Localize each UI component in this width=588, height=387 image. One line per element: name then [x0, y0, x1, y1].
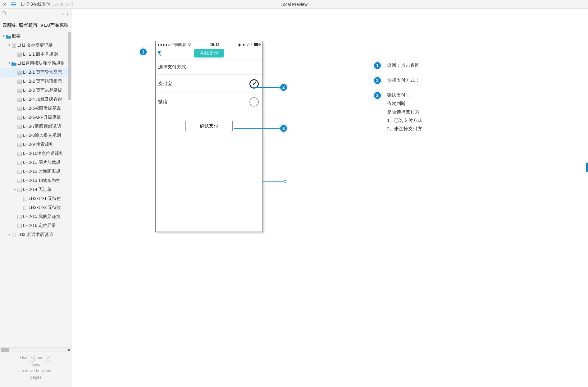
section-label: 选择支付方式:: [158, 64, 187, 70]
tree-item[interactable]: ▼LH3 名词术语说明: [0, 230, 72, 239]
page-icon: [17, 169, 22, 174]
tree-item-label: LH2-7返回顶部说明: [23, 124, 61, 129]
phone-statusbar: ●●●●○ 中国电信 15:13 ◉ ➤ ⊙ *: [156, 41, 262, 48]
tree-item-label: LH2-4 加载及缓存说: [23, 97, 62, 102]
page-icon: [17, 214, 22, 219]
next-page-icon[interactable]: ›: [65, 11, 69, 17]
note-bubble-3: 3: [373, 91, 381, 99]
radio-unchecked-icon[interactable]: [249, 97, 259, 107]
chevron-down-icon[interactable]: ▼: [2, 35, 6, 38]
folder-icon: [11, 61, 17, 66]
page-icon: [17, 160, 22, 165]
tree-item[interactable]: ▼LH2-11 图片加载规: [0, 158, 72, 167]
tree-item-label: LH2-6APP升级逻辑: [23, 115, 61, 120]
note-text: 返回：点击返回: [387, 62, 420, 68]
tree-item-label: LH2-1 页面异常显示: [23, 70, 62, 75]
page-icon: [17, 124, 22, 129]
page-icon: [11, 43, 17, 48]
annotation-connector: [252, 87, 281, 88]
note-bubble-2: 2: [373, 76, 381, 85]
tree-item[interactable]: ▼概要: [0, 32, 72, 41]
selection-handle-icon[interactable]: [284, 180, 286, 183]
tree-item[interactable]: ▼LH1 文档变更记录: [0, 41, 72, 50]
search-icon[interactable]: [2, 11, 7, 16]
pay-option-wechat[interactable]: 微信: [156, 93, 262, 111]
tree-item[interactable]: ▼LH2-6APP升级逻辑: [0, 113, 72, 122]
svg-rect-89: [260, 44, 261, 45]
tab-title: LH7-3在线支付: [21, 2, 50, 7]
page-icon: [17, 142, 22, 147]
tree-item[interactable]: ▼LH2-2 页面结语提示: [0, 77, 72, 86]
sidebar: ‹ › 云顺先_联华超市_V1.0产品原型 ▼概要▼LH1 文档变更记录▼LH1…: [0, 9, 72, 387]
annotation-bubble-2: 2: [280, 83, 288, 91]
section-header: 选择支付方式:: [156, 59, 262, 75]
scroll-indicator: [586, 163, 588, 172]
tree-item-label: LH1-1 版本号规则: [23, 52, 58, 57]
svg-point-86: [189, 45, 190, 46]
tree-item[interactable]: ▼LH2-10消息推送规则: [0, 149, 72, 158]
svg-point-0: [3, 12, 6, 14]
tree-item[interactable]: ▼LH2-3 页面未登录提: [0, 86, 72, 95]
tree-scrollbar-thumb[interactable]: [68, 32, 71, 100]
tree-item[interactable]: ▼LH2-9 搜索规则: [0, 140, 72, 149]
chevron-down-icon[interactable]: ▼: [7, 44, 11, 47]
tree-item[interactable]: ▼LH2-12 时间距离规: [0, 167, 72, 176]
tree-item[interactable]: ▼LH2-5权限类提示说: [0, 104, 72, 113]
phone-navbar: 在线支付: [156, 48, 262, 59]
footer-text: keys: [1, 362, 71, 368]
tree-item[interactable]: ▼LH2-1 页面异常显示: [0, 68, 72, 77]
tree-item-label: LH2-11 图片加载规: [23, 160, 60, 165]
chevron-down-icon[interactable]: ▼: [7, 62, 11, 65]
compass-icon: ◉: [238, 43, 241, 47]
preview-canvas[interactable]: ●●●●○ 中国电信 15:13 ◉ ➤ ⊙ * 在线支付 选择支付方: [72, 9, 588, 387]
confirm-pay-button[interactable]: 确认支付: [185, 120, 233, 132]
tree-item-label: LH2-16 定位异常: [23, 223, 56, 228]
tree-item-label: LH2-14-2 无待收: [29, 205, 61, 210]
key-right-icon: >: [45, 355, 51, 361]
page-icon: [17, 88, 22, 93]
tree-item[interactable]: ▼LH2-16 定位异常: [0, 221, 72, 230]
chevron-down-icon[interactable]: ▼: [7, 233, 11, 236]
hscroll-thumb[interactable]: [1, 348, 9, 352]
footer-text: and: [37, 355, 43, 360]
tree-item-label: LH1 文档变更记录: [17, 43, 53, 48]
note-row-1: 1 返回：点击返回: [373, 62, 498, 70]
tree-item[interactable]: ▼LH2-15 我的足迹为: [0, 212, 72, 221]
tree-item[interactable]: ▼LH1-1 版本号规则: [0, 50, 72, 59]
tree-item-label: LH2-5权限类提示说: [23, 106, 61, 111]
hscroll-right-icon[interactable]: ▶: [68, 348, 71, 352]
tree-item[interactable]: ▼LH2-14-1 无待付: [0, 194, 72, 203]
page-tree[interactable]: ▼概要▼LH1 文档变更记录▼LH1-1 版本号规则▼LH2通用模块和全局规则▼…: [0, 30, 72, 347]
pay-option-alipay[interactable]: 支付宝: [156, 75, 262, 93]
chevron-down-icon[interactable]: ▼: [13, 188, 17, 191]
sidebar-footer: Use < and > keys to move between pages: [0, 352, 72, 387]
tree-item[interactable]: ▼LH2-14-2 无待收: [0, 203, 72, 212]
selection-connector: [263, 181, 285, 182]
tree-item[interactable]: ▼LH2-4 加载及缓存说: [0, 95, 72, 104]
annotation-bubble-1: 1: [139, 48, 147, 56]
tree-item[interactable]: ▼LH2-7返回顶部说明: [0, 122, 72, 131]
page-icon: [22, 205, 28, 210]
tree-item[interactable]: ▼LH2-13 购物车为空: [0, 176, 72, 185]
svg-line-1: [5, 14, 7, 15]
pay-option-label: 支付宝: [158, 81, 172, 87]
close-icon[interactable]: ✕: [2, 2, 7, 7]
radio-checked-icon[interactable]: [249, 79, 259, 89]
annotation-connector: [234, 128, 281, 129]
tree-item-label: LH3 名词术语说明: [17, 232, 53, 237]
clock-label: 15:13: [191, 43, 238, 47]
page-title-pill: 在线支付: [194, 49, 224, 58]
project-title: 云顺先_联华超市_V1.0产品原型: [0, 19, 72, 30]
tree-hscroll[interactable]: ▶: [0, 347, 72, 352]
signal-dots-icon: ●●●●○: [157, 43, 170, 47]
tree-item[interactable]: ▼LH2-8输入提交规则: [0, 131, 72, 140]
wifi-icon: [188, 43, 191, 47]
tree-item[interactable]: ▼LH2通用模块和全局规则: [0, 59, 72, 68]
note-line: 确认支付：: [387, 92, 422, 98]
phone-frame: ●●●●○ 中国电信 15:13 ◉ ➤ ⊙ * 在线支付 选择支付方: [155, 41, 263, 232]
tree-item[interactable]: ▼LH2-14 无订单: [0, 185, 72, 194]
hamburger-icon[interactable]: [9, 0, 18, 9]
tree-item-label: LH2-8输入提交规则: [23, 133, 61, 138]
folder-icon: [6, 34, 11, 39]
prev-page-icon[interactable]: ‹: [61, 11, 65, 17]
